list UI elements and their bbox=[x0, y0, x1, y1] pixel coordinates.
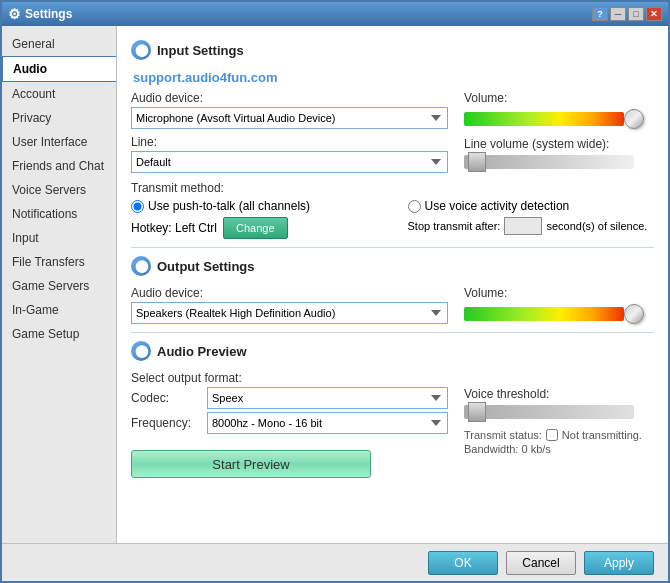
output-volume-label: Volume: bbox=[464, 286, 654, 300]
input-volume-col: Volume: Line volume (system wide): bbox=[464, 91, 654, 173]
sidebar-item-audio[interactable]: Audio bbox=[2, 56, 116, 82]
line-volume-slider[interactable] bbox=[464, 155, 634, 169]
transmit-right: Use voice activity detection Stop transm… bbox=[408, 199, 655, 235]
input-volume-slider[interactable] bbox=[464, 109, 644, 129]
transmit-status-row: Transmit status: Not transmitting. bbox=[464, 429, 654, 441]
sidebar-item-input[interactable]: Input bbox=[2, 226, 116, 250]
apply-button[interactable]: Apply bbox=[584, 551, 654, 575]
input-audio-device-col: Audio device: Microphone (Avsoft Virtual… bbox=[131, 91, 448, 173]
output-format-label: Select output format: bbox=[131, 371, 654, 385]
audio-device-label: Audio device: bbox=[131, 91, 448, 105]
hotkey-label: Hotkey: Left Ctrl bbox=[131, 221, 217, 235]
codec-select[interactable]: Speex bbox=[207, 387, 448, 409]
output-audio-device-select[interactable]: Speakers (Realtek High Definition Audio) bbox=[131, 302, 448, 324]
input-settings-header: ⬤ Input Settings bbox=[131, 40, 654, 60]
audio-preview-title: Audio Preview bbox=[157, 344, 247, 359]
sidebar-item-general[interactable]: General bbox=[2, 32, 116, 56]
stop-transmit-spinner[interactable] bbox=[504, 217, 542, 235]
voice-threshold-slider[interactable] bbox=[464, 405, 634, 419]
bandwidth-label: Bandwidth: bbox=[464, 443, 518, 455]
output-settings-icon: ⬤ bbox=[131, 256, 151, 276]
sidebar: General Audio Account Privacy User Inter… bbox=[2, 26, 117, 543]
push-to-talk-label: Use push-to-talk (all channels) bbox=[148, 199, 310, 213]
push-to-talk-radio[interactable] bbox=[131, 200, 144, 213]
transmit-status-label: Transmit status: bbox=[464, 429, 542, 441]
sidebar-item-privacy[interactable]: Privacy bbox=[2, 106, 116, 130]
minimize-button[interactable]: ─ bbox=[610, 7, 626, 21]
push-to-talk-row: Use push-to-talk (all channels) bbox=[131, 199, 378, 213]
main-content: General Audio Account Privacy User Inter… bbox=[2, 26, 668, 543]
bandwidth-value: 0 kb/s bbox=[522, 443, 551, 455]
sidebar-item-ui[interactable]: User Interface bbox=[2, 130, 116, 154]
audio-preview-header: ⬤ Audio Preview bbox=[131, 341, 654, 361]
change-button[interactable]: Change bbox=[223, 217, 288, 239]
voice-activity-label: Use voice activity detection bbox=[425, 199, 570, 213]
input-settings-title: Input Settings bbox=[157, 43, 244, 58]
help-button[interactable]: ? bbox=[592, 7, 608, 21]
sidebar-item-friends[interactable]: Friends and Chat bbox=[2, 154, 116, 178]
divider-2 bbox=[131, 332, 654, 333]
start-preview-button[interactable]: Start Preview bbox=[131, 450, 371, 478]
line-label: Line: bbox=[131, 135, 448, 149]
output-audio-row: Audio device: Speakers (Realtek High Def… bbox=[131, 286, 654, 324]
output-audio-device-label: Audio device: bbox=[131, 286, 448, 300]
stop-transmit-suffix: second(s) of silence. bbox=[546, 220, 647, 232]
sidebar-item-gamesetup[interactable]: Game Setup bbox=[2, 322, 116, 346]
input-audio-device-select[interactable]: Microphone (Avsoft Virtual Audio Device) bbox=[131, 107, 448, 129]
sidebar-item-voice[interactable]: Voice Servers bbox=[2, 178, 116, 202]
close-button[interactable]: ✕ bbox=[646, 7, 662, 21]
watermark: support.audio4fun.com bbox=[133, 70, 654, 85]
voice-threshold-label: Voice threshold: bbox=[464, 387, 654, 401]
window-title: Settings bbox=[25, 7, 72, 21]
stop-transmit-row: Stop transmit after: second(s) of silenc… bbox=[408, 217, 655, 235]
line-volume-label: Line volume (system wide): bbox=[464, 137, 654, 151]
divider-1 bbox=[131, 247, 654, 248]
input-volume-label: Volume: bbox=[464, 91, 654, 105]
stop-transmit-label: Stop transmit after: bbox=[408, 220, 501, 232]
codec-label-row: Codec: Speex bbox=[131, 387, 448, 409]
title-bar-buttons: ? ─ □ ✕ bbox=[592, 7, 662, 21]
voice-col: Voice threshold: Transmit status: Not tr… bbox=[464, 387, 654, 478]
codec-row: Codec: Speex Frequency: 8000hz - Mono - … bbox=[131, 387, 654, 478]
transmit-label: Transmit method: bbox=[131, 181, 654, 195]
sidebar-item-gameservers[interactable]: Game Servers bbox=[2, 274, 116, 298]
output-audio-device-col: Audio device: Speakers (Realtek High Def… bbox=[131, 286, 448, 324]
codec-label: Codec: bbox=[131, 391, 201, 405]
frequency-label-row: Frequency: 8000hz - Mono - 16 bit bbox=[131, 412, 448, 434]
ok-button[interactable]: OK bbox=[428, 551, 498, 575]
transmit-method-row: Use push-to-talk (all channels) Hotkey: … bbox=[131, 199, 654, 239]
sidebar-item-notifications[interactable]: Notifications bbox=[2, 202, 116, 226]
line-select[interactable]: Default bbox=[131, 151, 448, 173]
output-settings-title: Output Settings bbox=[157, 259, 255, 274]
bottom-bar: OK Cancel Apply bbox=[2, 543, 668, 581]
input-audio-row: Audio device: Microphone (Avsoft Virtual… bbox=[131, 91, 654, 173]
sidebar-item-filetransfers[interactable]: File Transfers bbox=[2, 250, 116, 274]
codec-col: Codec: Speex Frequency: 8000hz - Mono - … bbox=[131, 387, 448, 478]
bandwidth-row: Bandwidth: 0 kb/s bbox=[464, 443, 654, 455]
cancel-button[interactable]: Cancel bbox=[506, 551, 576, 575]
output-settings-header: ⬤ Output Settings bbox=[131, 256, 654, 276]
transmit-status-checkbox[interactable] bbox=[546, 429, 558, 441]
window-icon: ⚙ bbox=[8, 6, 21, 22]
output-volume-col: Volume: bbox=[464, 286, 654, 324]
title-bar-left: ⚙ Settings bbox=[8, 6, 72, 22]
maximize-button[interactable]: □ bbox=[628, 7, 644, 21]
audio-preview-section: ⬤ Audio Preview Select output format: Co… bbox=[131, 341, 654, 478]
content-area: ⬤ Input Settings support.audio4fun.com A… bbox=[117, 26, 668, 543]
input-settings-icon: ⬤ bbox=[131, 40, 151, 60]
transmit-status-value: Not transmitting. bbox=[562, 429, 642, 441]
transmit-left: Use push-to-talk (all channels) Hotkey: … bbox=[131, 199, 378, 239]
sidebar-item-ingame[interactable]: In-Game bbox=[2, 298, 116, 322]
output-volume-slider[interactable] bbox=[464, 304, 644, 324]
frequency-label: Frequency: bbox=[131, 416, 201, 430]
settings-window: ⚙ Settings ? ─ □ ✕ General Audio Account… bbox=[0, 0, 670, 583]
title-bar: ⚙ Settings ? ─ □ ✕ bbox=[2, 2, 668, 26]
sidebar-item-account[interactable]: Account bbox=[2, 82, 116, 106]
frequency-select[interactable]: 8000hz - Mono - 16 bit bbox=[207, 412, 448, 434]
voice-activity-row: Use voice activity detection bbox=[408, 199, 655, 213]
voice-activity-radio[interactable] bbox=[408, 200, 421, 213]
hotkey-row: Hotkey: Left Ctrl Change bbox=[131, 217, 378, 239]
start-preview-container: Start Preview bbox=[131, 442, 448, 478]
audio-preview-icon: ⬤ bbox=[131, 341, 151, 361]
